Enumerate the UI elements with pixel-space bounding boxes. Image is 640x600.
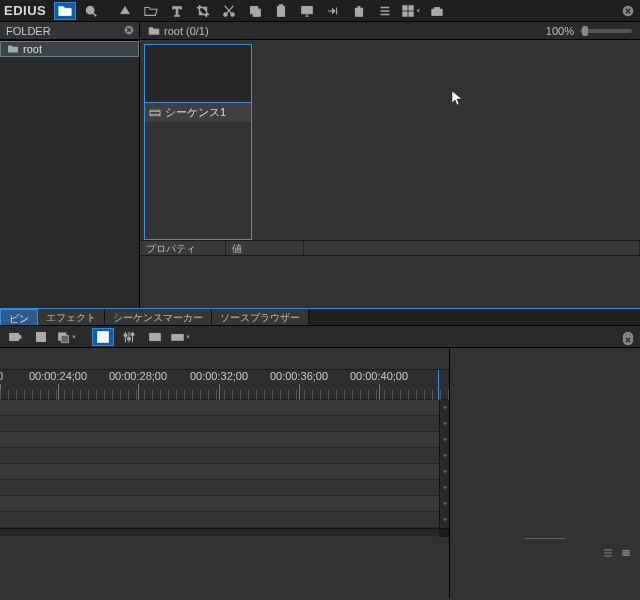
clip-thumb-item[interactable]: シーケンス1 [144,44,252,240]
app-logo: EDIUS [4,3,46,18]
property-col-name[interactable]: プロパティ [140,241,226,255]
track-collapse-handle[interactable] [439,464,449,480]
zoom-control: 100% [546,25,640,37]
ruler-spacer [0,348,449,370]
grid-view-button[interactable]: ▼ [400,2,422,20]
download-button[interactable] [30,328,52,346]
hamburger-icon[interactable] [620,547,632,561]
snap-button[interactable] [92,328,114,346]
mixer-button[interactable] [118,328,140,346]
track-row[interactable] [0,464,449,480]
tab-seqmarker[interactable]: シーケンスマーカー [105,309,212,325]
track-row[interactable] [0,400,449,416]
svg-rect-7 [302,6,313,13]
panel-tabs: ビン エフェクト シーケンスマーカー ソースブラウザー [0,308,640,326]
track-row[interactable] [0,496,449,512]
svg-point-0 [87,6,94,13]
svg-rect-9 [409,5,413,9]
svg-rect-20 [98,331,109,342]
folder-mode-button[interactable] [54,2,76,20]
search-button[interactable] [80,2,102,20]
clip-name: シーケンス1 [165,105,226,120]
timeline-wrap: 000:00:24;0000:00:28;0000:00:32;0000:00:… [0,348,640,598]
property-body [140,256,640,308]
tracks-area [0,400,449,528]
bin-grid[interactable]: シーケンス1 [140,40,640,240]
track-collapse-handle[interactable] [439,432,449,448]
track-collapse-handle[interactable] [439,416,449,432]
clip-thumbnail [145,45,251,103]
bin-main-row: root シーケンス1 プロパティ 値 [0,40,640,308]
list-view-button[interactable] [374,2,396,20]
open-folder-button[interactable] [140,2,162,20]
text-tool-button[interactable] [166,2,188,20]
fxbox-button[interactable] [144,328,166,346]
track-row[interactable] [0,512,449,528]
paste-button[interactable] [270,2,292,20]
track-row[interactable] [0,432,449,448]
folder-tree: root [0,40,140,308]
svg-rect-27 [172,334,183,340]
panel-close-button[interactable] [620,3,636,19]
clip-label-row: シーケンス1 [145,103,251,122]
zoom-slider[interactable] [580,29,632,33]
tree-item-root[interactable]: root [0,41,139,57]
svg-rect-10 [403,11,407,15]
delete-button[interactable] [348,2,370,20]
svg-point-25 [152,335,155,338]
cut-button[interactable] [218,2,240,20]
timeline-scrollbar[interactable] [0,528,449,536]
svg-point-26 [155,335,158,338]
list-icon[interactable] [602,547,614,561]
right-empty-panel [450,348,640,598]
svg-rect-4 [253,9,260,16]
tab-sourcebrowser[interactable]: ソースブラウザー [212,309,309,325]
time-ruler[interactable]: 000:00:24;0000:00:28;0000:00:32;0000:00:… [0,370,449,400]
layers-button[interactable]: ▼ [56,328,78,346]
svg-rect-11 [409,11,413,15]
main-toolbar: EDIUS ▼ [0,0,640,22]
svg-rect-14 [150,110,160,116]
playhead[interactable] [438,370,439,400]
up-button[interactable] [114,2,136,20]
track-collapse-handle[interactable] [439,512,449,528]
track-collapse-handle[interactable] [439,400,449,416]
mouse-cursor-icon [451,90,463,108]
divider-line [525,538,565,539]
bin-subheader: FOLDER root (0/1) 100% [0,22,640,40]
track-collapse-handle[interactable] [439,480,449,496]
track-row[interactable] [0,480,449,496]
svg-rect-8 [403,5,407,9]
tab-bin[interactable]: ビン [0,309,38,325]
track-collapse-handle[interactable] [439,496,449,512]
property-header: プロパティ 値 [140,240,640,256]
tree-item-label: root [23,43,42,55]
send-button[interactable] [322,2,344,20]
folder-label: FOLDER [6,25,51,37]
svg-point-16 [18,335,22,339]
breadcrumb[interactable]: root (0/1) [140,25,217,37]
track-collapse-handle[interactable] [439,448,449,464]
svg-rect-6 [279,4,283,7]
crop-rotate-button[interactable] [192,2,214,20]
track-row[interactable] [0,448,449,464]
svg-rect-23 [131,333,134,335]
folder-label-box: FOLDER [0,22,140,39]
folder-close-icon[interactable] [123,24,135,36]
copy-button[interactable] [244,2,266,20]
record-button[interactable] [4,328,26,346]
keyboard-button[interactable]: ▼ [170,328,192,346]
property-col-value[interactable]: 値 [226,241,304,255]
monitor-button[interactable] [296,2,318,20]
svg-rect-19 [61,335,68,342]
toolbox-button[interactable] [426,2,448,20]
right-panel-close-button[interactable] [620,332,636,348]
tab-effect[interactable]: エフェクト [38,309,105,325]
breadcrumb-text: root (0/1) [164,25,209,37]
svg-rect-22 [128,337,131,339]
right-panel-view-icons [602,547,632,561]
track-row[interactable] [0,416,449,432]
timeline-main: 000:00:24;0000:00:28;0000:00:32;0000:00:… [0,348,450,598]
property-col-spacer [304,241,640,255]
svg-rect-21 [124,334,127,336]
